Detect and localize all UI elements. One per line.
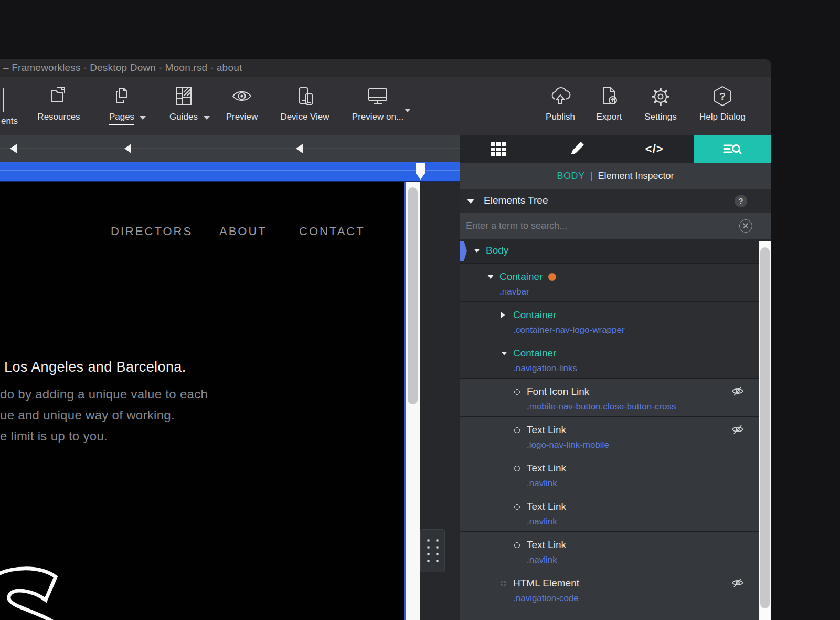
elements-tree-title: Elements Tree bbox=[484, 195, 548, 206]
breakpoint-marker-icon[interactable] bbox=[124, 144, 131, 153]
tab-layout-grid[interactable] bbox=[460, 135, 538, 163]
site-nav-about[interactable]: ABOUT bbox=[219, 225, 267, 238]
site-nav-contact[interactable]: CONTACT bbox=[299, 225, 365, 238]
canvas-scrollbar-thumb[interactable] bbox=[408, 187, 418, 404]
svg-text:?: ? bbox=[719, 91, 726, 102]
header-separator: | bbox=[590, 170, 593, 182]
collapse-section-icon[interactable] bbox=[467, 199, 474, 204]
brush-icon bbox=[568, 141, 586, 157]
breakpoint-marker-icon[interactable] bbox=[10, 144, 17, 153]
panel-gutter bbox=[420, 182, 460, 620]
preview-icon bbox=[230, 85, 254, 109]
panel-tabbar: </> bbox=[460, 135, 771, 163]
tree-row-class: .logo-nav-link-mobile bbox=[527, 440, 771, 450]
toolbar-label: Export bbox=[580, 112, 638, 122]
tree-row-text-link-2[interactable]: Text Link .navlink bbox=[460, 493, 771, 531]
tree-row-label: Body bbox=[486, 245, 508, 256]
tree-row-class: .navlink bbox=[527, 478, 771, 489]
state-dot-icon bbox=[548, 273, 556, 281]
expand-toggle[interactable] bbox=[487, 275, 499, 279]
inspected-element-name: BODY bbox=[557, 171, 584, 182]
pages-dropdown-caret[interactable] bbox=[140, 116, 146, 120]
grid-icon bbox=[491, 142, 506, 156]
hidden-eye-icon[interactable] bbox=[731, 386, 744, 398]
toolbar-label: Settings bbox=[632, 112, 689, 122]
toolbar-item-device-view[interactable]: Device View bbox=[273, 85, 336, 133]
toolbar-item-guides[interactable]: Guides bbox=[155, 85, 212, 133]
site-nav-directors[interactable]: DIRECTORS bbox=[111, 225, 193, 238]
tree-help-button[interactable]: ? bbox=[735, 195, 747, 207]
expand-toggle[interactable] bbox=[501, 311, 513, 319]
tree-row-container-navbar[interactable]: Container .navbar bbox=[460, 263, 771, 301]
breakpoint-marker-icon[interactable] bbox=[296, 144, 303, 153]
design-view-column: DIRECTORS ABOUT CONTACT Los Angeles and … bbox=[0, 135, 460, 620]
toolbar-item-preview-on[interactable]: Preview on... bbox=[344, 85, 412, 133]
tab-element-inspector[interactable] bbox=[694, 135, 772, 163]
toolbar-item-help[interactable]: ? Help Dialog bbox=[691, 85, 754, 133]
tree-row-font-icon-link[interactable]: Font Icon Link .mobile-nav-button.close-… bbox=[460, 378, 771, 416]
tree-row-container-navigation-links[interactable]: Container .navigation-links bbox=[460, 340, 771, 378]
tree-row-class: .navigation-links bbox=[513, 363, 771, 374]
tree-row-container-logo-wrapper[interactable]: Container .container-nav-logo-wrapper bbox=[460, 301, 771, 340]
device-view-icon bbox=[293, 85, 317, 109]
tree-row-text-link-logo[interactable]: Text Link .logo-nav-link-mobile bbox=[460, 416, 771, 455]
toolbar-item-settings[interactable]: Settings bbox=[632, 85, 689, 133]
viewport-width-pin-icon[interactable] bbox=[416, 163, 425, 180]
toolbar-label: Preview bbox=[213, 112, 271, 122]
tree-row-label: Container bbox=[499, 271, 543, 282]
elements-tree-header[interactable]: Elements Tree ? bbox=[460, 189, 771, 213]
hidden-eye-icon[interactable] bbox=[731, 577, 744, 590]
panel-resize-handle[interactable] bbox=[420, 529, 445, 572]
clear-search-icon[interactable] bbox=[739, 219, 752, 233]
toolbar-item-resources[interactable]: Resources bbox=[30, 85, 88, 133]
toolbar-label: Help Dialog bbox=[691, 112, 754, 122]
toolbar-label: Pages bbox=[109, 112, 134, 125]
page-canvas[interactable]: DIRECTORS ABOUT CONTACT Los Angeles and … bbox=[0, 182, 404, 620]
export-icon bbox=[597, 85, 621, 109]
tab-styles[interactable] bbox=[538, 135, 616, 163]
tree-row-label: Font Icon Link bbox=[527, 386, 589, 397]
help-hexagon-icon: ? bbox=[710, 85, 735, 109]
tree-row-label: Container bbox=[513, 348, 556, 359]
site-paragraph-line: e limit is up to you. bbox=[0, 429, 108, 444]
app-window: – Frameworkless - Desktop Down - Moon.rs… bbox=[0, 59, 771, 620]
tree-row-label: Container bbox=[513, 309, 556, 321]
hidden-eye-icon[interactable] bbox=[731, 424, 744, 437]
leaf-bullet-icon bbox=[501, 581, 513, 586]
tree-row-html-element[interactable]: HTML Element .navigation-code bbox=[460, 570, 771, 620]
tree-scrollbar[interactable] bbox=[759, 241, 771, 620]
tree-scrollbar-thumb[interactable] bbox=[760, 247, 770, 608]
tree-row-class: .navbar bbox=[499, 287, 771, 297]
inspector-title: Element Inspector bbox=[598, 171, 674, 182]
tree-row-class: .mobile-nav-button.close-button-cross bbox=[527, 402, 771, 412]
site-paragraph-line: do by adding a unique value to each bbox=[0, 387, 208, 402]
tree-row-label: Text Link bbox=[527, 463, 566, 474]
tree-search-input[interactable] bbox=[466, 213, 728, 239]
tree-row-label: Text Link bbox=[527, 539, 566, 551]
tree-row-body[interactable]: Body bbox=[460, 239, 771, 263]
canvas-scrollbar[interactable] bbox=[406, 182, 420, 620]
preview-on-dropdown-caret[interactable] bbox=[405, 109, 411, 112]
elements-tree: Body Container .navbar Container .contai… bbox=[460, 239, 771, 620]
resources-icon bbox=[47, 85, 71, 109]
selected-flag-icon bbox=[460, 241, 467, 261]
expand-toggle[interactable] bbox=[473, 248, 486, 253]
toolbar-item-export[interactable]: Export bbox=[580, 85, 638, 133]
tab-code[interactable]: </> bbox=[615, 135, 694, 163]
inspector-search-icon bbox=[722, 142, 742, 156]
toolbar-item-preview[interactable]: Preview bbox=[213, 85, 271, 133]
active-breakpoint-bar[interactable] bbox=[0, 162, 460, 182]
site-logo-s-curve bbox=[0, 544, 68, 620]
tree-row-label: Text Link bbox=[527, 424, 566, 436]
tree-row-class: .navigation-code bbox=[513, 593, 771, 604]
code-icon: </> bbox=[645, 142, 664, 156]
toolbar-item-pages[interactable]: Pages bbox=[93, 85, 151, 133]
leaf-bullet-icon bbox=[514, 427, 527, 433]
tree-row-text-link-1[interactable]: Text Link .navlink bbox=[460, 455, 771, 493]
breakpoint-ruler[interactable] bbox=[0, 135, 460, 162]
expand-toggle[interactable] bbox=[501, 351, 513, 356]
tree-row-text-link-3[interactable]: Text Link .navlink bbox=[460, 531, 771, 570]
settings-gear-icon bbox=[648, 85, 673, 109]
guides-dropdown-caret[interactable] bbox=[204, 116, 210, 120]
leaf-bullet-icon bbox=[514, 542, 527, 548]
